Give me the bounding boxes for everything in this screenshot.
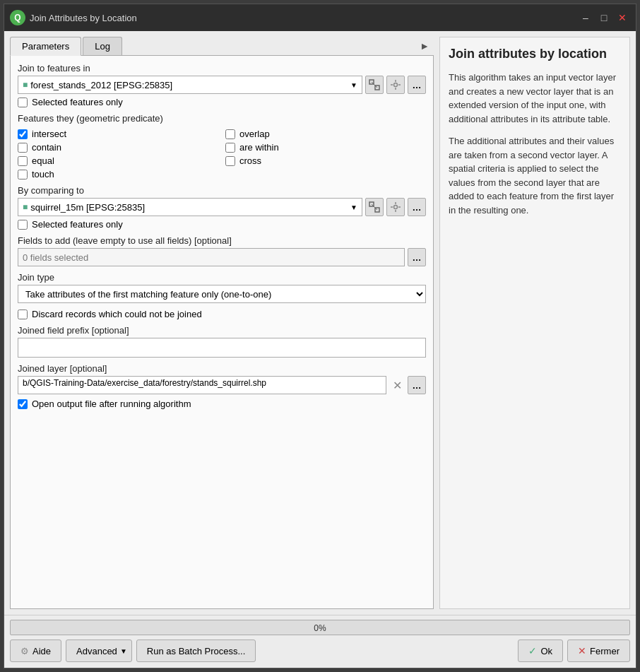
join-type-section: Join type Take attributes of the first m… [18, 272, 426, 303]
are-within-checkbox[interactable] [225, 143, 235, 153]
join-to-selected-label: Selected features only [32, 97, 123, 107]
titlebar-left: Q Join Attributes by Location [10, 10, 137, 25]
equal-label: equal [32, 155, 54, 166]
join-to-combo[interactable]: ■ forest_stands_2012 [EPSG:25835] ▼ [18, 76, 362, 94]
by-comparing-selected-row: Selected features only [18, 219, 426, 230]
join-to-select-button[interactable] [365, 76, 384, 94]
by-comparing-selected-checkbox[interactable] [18, 220, 28, 230]
aide-icon: ⚙ [20, 646, 29, 656]
open-output-label: Open output file after running algorithm [32, 399, 191, 409]
discard-records-label: Discard records which could not be joine… [32, 309, 202, 319]
predicate-intersect: intersect [18, 129, 218, 139]
button-row: ⚙ Aide Advanced Run as Batch Process... … [10, 639, 630, 662]
open-output-checkbox[interactable] [18, 399, 28, 409]
joined-layer-more-button[interactable]: … [408, 376, 426, 394]
help-title: Join attributes by location [449, 46, 621, 62]
advanced-button[interactable]: Advanced [66, 639, 132, 662]
layer-icon: ■ [23, 80, 28, 90]
prefix-section: Joined field prefix [optional] [18, 325, 426, 358]
close-window-button[interactable]: ✕ [615, 10, 630, 25]
select-map-icon [369, 79, 380, 90]
tab-parameters[interactable]: Parameters [10, 37, 81, 56]
by-comparing-more-button[interactable]: … [408, 198, 426, 216]
cross-label: cross [239, 155, 261, 166]
predicate-section: Features they (geometric predicate) inte… [18, 113, 426, 179]
tab-arrow-icon[interactable]: ► [415, 37, 434, 55]
advanced-label: Advanced [76, 646, 117, 656]
fields-section: Fields to add (leave empty to use all fi… [18, 235, 426, 266]
left-panel: Parameters Log ► Join to features in ■ f… [10, 37, 434, 609]
fields-label: Fields to add (leave empty to use all fi… [18, 235, 426, 246]
predicate-overlap: overlap [225, 129, 426, 139]
join-to-selected-row: Selected features only [18, 97, 426, 107]
predicate-label: Features they (geometric predicate) [18, 113, 426, 124]
help-para-1: This algorithm takes an input vector lay… [449, 71, 621, 126]
touch-label: touch [32, 169, 54, 179]
join-type-row: Take attributes of the first matching fe… [18, 285, 426, 303]
progress-bar: 0% [10, 620, 630, 635]
discard-records-checkbox[interactable] [18, 310, 28, 319]
main-window: Q Join Attributes by Location – □ ✕ Para… [4, 4, 636, 668]
content-area: Parameters Log ► Join to features in ■ f… [4, 31, 636, 615]
layer2-icon: ■ [23, 202, 28, 212]
joined-layer-row: b/QGIS-Training-Data/exercise_data/fores… [18, 376, 426, 394]
joined-layer-value: b/QGIS-Training-Data/exercise_data/fores… [18, 376, 386, 394]
ok-button[interactable]: ✓ Ok [518, 639, 563, 662]
cross-checkbox[interactable] [225, 156, 235, 166]
app-icon: Q [10, 10, 25, 25]
discard-records-row: Discard records which could not be joine… [18, 309, 426, 319]
intersect-checkbox[interactable] [18, 129, 28, 139]
predicate-touch: touch [18, 169, 218, 179]
aide-button[interactable]: ⚙ Aide [10, 639, 61, 662]
settings2-icon [390, 201, 401, 213]
touch-checkbox[interactable] [18, 170, 28, 179]
open-output-row: Open output file after running algorithm [18, 399, 426, 409]
fields-more-button[interactable]: … [408, 248, 426, 266]
join-to-section: Join to features in ■ forest_stands_2012… [18, 63, 426, 107]
params-panel: Join to features in ■ forest_stands_2012… [10, 56, 434, 609]
run-batch-label: Run as Batch Process... [147, 646, 245, 656]
are-within-label: are within [239, 142, 279, 153]
fermer-label: Fermer [590, 646, 620, 656]
join-to-selected-checkbox[interactable] [18, 98, 28, 107]
contain-label: contain [32, 142, 61, 153]
overlap-checkbox[interactable] [225, 129, 235, 139]
join-to-label: Join to features in [18, 63, 426, 73]
ok-checkmark-icon: ✓ [528, 645, 537, 656]
run-batch-button[interactable]: Run as Batch Process... [136, 639, 256, 662]
by-comparing-value: squirrel_15m [EPSG:25835] [30, 202, 145, 213]
fermer-button[interactable]: ✕ Fermer [567, 639, 630, 662]
join-type-select[interactable]: Take attributes of the first matching fe… [18, 285, 426, 303]
maximize-button[interactable]: □ [596, 10, 612, 25]
equal-checkbox[interactable] [18, 156, 28, 166]
contain-checkbox[interactable] [18, 143, 28, 153]
join-to-value: forest_stands_2012 [EPSG:25835] [30, 80, 172, 90]
tab-log[interactable]: Log [83, 37, 122, 55]
predicate-contain: contain [18, 142, 218, 153]
svg-point-3 [394, 83, 398, 87]
join-to-more-button[interactable]: … [408, 76, 426, 94]
join-type-label: Join type [18, 272, 426, 283]
progress-label: 0% [11, 620, 629, 635]
svg-line-2 [372, 82, 377, 88]
settings-icon [390, 79, 401, 90]
fields-input[interactable] [18, 248, 405, 266]
by-comparing-row: ■ squirrel_15m [EPSG:25835] ▼ … [18, 198, 426, 216]
minimize-button[interactable]: – [578, 10, 593, 25]
svg-line-10 [372, 204, 377, 210]
by-comparing-combo[interactable]: ■ squirrel_15m [EPSG:25835] ▼ [18, 198, 362, 216]
ok-label: Ok [540, 646, 552, 656]
titlebar-controls: – □ ✕ [578, 10, 630, 25]
join-to-settings-button[interactable] [386, 76, 405, 94]
clear-file-button[interactable]: ✕ [389, 377, 405, 393]
by-comparing-label: By comparing to [18, 185, 426, 196]
fields-row: … [18, 248, 426, 266]
joined-layer-section: Joined layer [optional] b/QGIS-Training-… [18, 363, 426, 409]
by-comparing-settings-button[interactable] [386, 198, 405, 216]
intersect-label: intersect [32, 129, 66, 139]
predicate-equal: equal [18, 155, 218, 166]
tabs-bar: Parameters Log ► [10, 37, 434, 56]
prefix-input[interactable] [18, 338, 426, 358]
by-comparing-select-button[interactable] [365, 198, 384, 216]
join-to-row: ■ forest_stands_2012 [EPSG:25835] ▼ … [18, 76, 426, 94]
